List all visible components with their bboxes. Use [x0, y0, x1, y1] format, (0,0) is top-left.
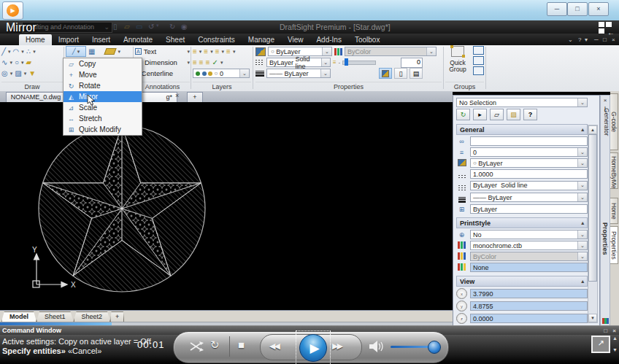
caret-icon[interactable]: ▾	[10, 71, 13, 77]
caret-icon[interactable]: ▾	[21, 49, 24, 55]
repeat-icon[interactable]: ↻	[210, 338, 220, 352]
plotstyle-field[interactable]: ByLayer	[470, 204, 588, 214]
centerline-tool-label[interactable]: Centerline	[142, 69, 173, 77]
view-x-field[interactable]: 3.7990	[470, 289, 588, 298]
section-general[interactable]: General▴	[456, 124, 588, 135]
refresh-button[interactable]: ↻	[456, 109, 470, 120]
caret-icon[interactable]: ▾	[187, 60, 190, 66]
view-y-field[interactable]: 4.8755	[470, 301, 588, 311]
scroll-up-icon[interactable]: ▲	[588, 125, 597, 134]
group-options-icon[interactable]	[473, 66, 484, 75]
tab-toolbox[interactable]: Toolbox	[348, 34, 386, 45]
slider-handle[interactable]	[345, 58, 348, 66]
layer-isolate-icon[interactable]: ≡	[226, 47, 231, 55]
section-printstyle[interactable]: PrintStyle▴	[456, 217, 588, 228]
view-z-field[interactable]: 0.0000	[470, 314, 588, 323]
shuffle-icon[interactable]	[190, 341, 204, 352]
selection-combo[interactable]: No Selection ⌄	[456, 98, 588, 107]
ungroup-icon[interactable]	[473, 56, 484, 65]
caret-icon[interactable]: ▾	[33, 49, 36, 55]
ribbon-collapse-icon[interactable]: ⌄	[568, 36, 573, 43]
side-tab-gcode[interactable]: G-code Generator	[610, 93, 618, 150]
open-folder-icon[interactable]: ▱	[124, 23, 130, 31]
property-painter-button[interactable]	[379, 68, 392, 79]
play-button[interactable]: ▶	[299, 334, 327, 362]
help-icon[interactable]: ?	[578, 36, 581, 43]
doc-tab-close-icon[interactable]: ×	[175, 92, 179, 99]
close-button[interactable]: ×	[588, 2, 609, 16]
menu-item-quick-modify[interactable]: ⊞Quick Modify	[64, 124, 142, 135]
tab-home[interactable]: Home	[19, 34, 52, 45]
quick-group-button[interactable]: Quick Group	[445, 46, 470, 77]
layer-show-icon[interactable]: ≡	[199, 58, 204, 66]
layer-hide-icon[interactable]: ≡	[193, 58, 197, 66]
mdi-close-icon[interactable]: ×	[612, 36, 615, 43]
pattern-tool-icon[interactable]: ▦	[88, 47, 95, 55]
doc-tab-add-button[interactable]: +	[187, 92, 203, 102]
tab-constraints[interactable]: Constraints	[191, 34, 242, 45]
match-properties-button[interactable]: ▯	[394, 68, 407, 79]
menu-item-rotate[interactable]: ↻Rotate	[64, 80, 142, 91]
video-app-button[interactable]: ▶	[2, 1, 23, 20]
caret-icon[interactable]: ▾	[8, 49, 11, 55]
hyperlink-field[interactable]	[470, 136, 588, 146]
tab-manage[interactable]: Manage	[242, 34, 281, 45]
menu-item-stretch[interactable]: ↔Stretch	[64, 113, 142, 124]
command-scroll-up-icon[interactable]: ▲	[612, 336, 618, 341]
ellipse-tool-icon[interactable]: ○	[15, 58, 19, 66]
spline-tool-icon[interactable]: ∿	[1, 58, 7, 66]
sheet-add-button[interactable]: +	[110, 311, 124, 322]
maximize-button[interactable]: □	[567, 2, 588, 16]
palette-scrollbar[interactable]: ▲ ▼	[588, 125, 598, 323]
eraser-tool-icon[interactable]	[104, 48, 117, 55]
linestyle-combo[interactable]: ByLayer Solid line ⌄	[266, 58, 331, 67]
scrollbar-thumb[interactable]	[588, 134, 597, 282]
solid-region-tool-icon[interactable]: ▰	[26, 58, 31, 66]
tab-annotate[interactable]: Annotate	[117, 34, 159, 45]
dimension-tool-label[interactable]: Dimension	[145, 58, 177, 66]
stop-button[interactable]: ■	[238, 338, 245, 351]
line-tool-icon[interactable]: ╱	[1, 47, 6, 55]
redo-icon[interactable]: ↻	[169, 23, 175, 31]
transparency-value-field[interactable]: 0	[401, 58, 423, 68]
bycolor-combo[interactable]: ByColor ⌄	[345, 47, 437, 56]
palette-close-icon[interactable]: ×	[601, 96, 610, 104]
side-tab-homebyme[interactable]: HomeByMe	[610, 152, 618, 189]
point-tool-icon[interactable]: ∴	[26, 47, 31, 55]
command-scroll-down-icon[interactable]: ▼	[612, 347, 618, 352]
menu-item-scale[interactable]: ⊿Scale	[64, 102, 142, 113]
tab-sheet2[interactable]: Sheet2	[74, 311, 111, 322]
caret-icon[interactable]: ▾	[9, 60, 12, 66]
caret-icon[interactable]: ▾	[210, 49, 213, 55]
volume-icon[interactable]	[369, 340, 385, 353]
tab-model[interactable]: Model	[1, 311, 36, 322]
menu-item-copy[interactable]: ▱Copy	[64, 58, 142, 69]
command-float-icon[interactable]: □	[604, 327, 607, 336]
linestyle-field[interactable]: ByLayer Solid line ⌄	[470, 181, 588, 190]
minimize-button[interactable]: ─	[547, 2, 567, 16]
caret-icon[interactable]: ▾	[21, 60, 24, 66]
select-entities-button[interactable]: ▸	[473, 109, 487, 120]
doc-tab-noname[interactable]: NONAME_0.dwg	[6, 92, 66, 102]
layer-lock-icon[interactable]: ≡	[215, 47, 220, 55]
tab-view[interactable]: View	[281, 34, 310, 45]
undo-icon[interactable]: ↺	[148, 23, 154, 31]
lineweight-field[interactable]: —— ByLayer ⌄	[470, 193, 588, 202]
volume-slider-handle[interactable]	[428, 341, 441, 354]
fast-forward-button[interactable]: ▶▶	[332, 341, 342, 351]
rewind-button[interactable]: ◀◀	[269, 341, 279, 351]
tab-addins[interactable]: Add-Ins	[310, 34, 347, 45]
properties-page-button[interactable]: ▤	[410, 68, 423, 79]
hatch-tool-icon[interactable]: ▨	[15, 69, 21, 77]
edit-group-icon[interactable]	[473, 46, 484, 55]
caret-icon[interactable]: ▾	[220, 60, 223, 66]
menu-item-mirror[interactable]: ◭Mirror	[64, 91, 142, 102]
printstyle-table-field[interactable]: monochrome.ctb ⌄	[470, 241, 588, 250]
lineweight-combo[interactable]: —— ByLayer ⌄	[266, 69, 331, 78]
arc-tool-icon[interactable]: ◠	[13, 47, 20, 55]
tab-sheet1[interactable]: Sheet1	[36, 311, 74, 322]
caret-icon[interactable]: ▾	[118, 49, 120, 55]
layer-combo[interactable]: ○ 0 ⌄	[193, 69, 250, 78]
layer-freeze-icon[interactable]: ≡	[204, 47, 208, 55]
layer-previous-icon[interactable]: ≡	[206, 58, 210, 66]
